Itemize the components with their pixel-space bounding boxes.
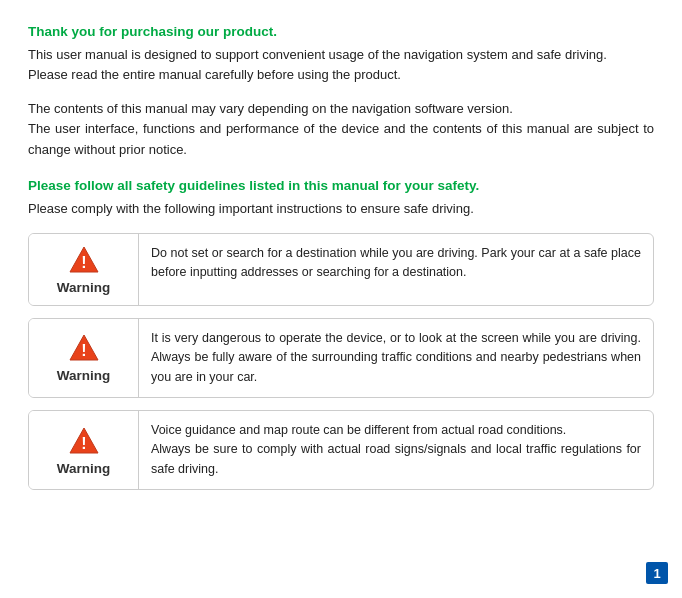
- warning-box-1: !WarningDo not set or search for a desti…: [28, 233, 654, 306]
- svg-text:!: !: [81, 342, 86, 359]
- warning-text-2: It is very dangerous to operate the devi…: [139, 319, 653, 397]
- warning-left-2: !Warning: [29, 319, 139, 397]
- warning-box-2: !WarningIt is very dangerous to operate …: [28, 318, 654, 398]
- intro-line2: Please read the entire manual carefully …: [28, 67, 401, 82]
- page-number: 1: [646, 562, 668, 584]
- warning-label-3: Warning: [57, 461, 111, 476]
- svg-text:!: !: [81, 435, 86, 452]
- warning-text-1: Do not set or search for a destination w…: [139, 234, 653, 305]
- safety-intro: Please comply with the following importa…: [28, 199, 654, 219]
- note-line1: The contents of this manual may vary dep…: [28, 101, 513, 116]
- warning-left-1: !Warning: [29, 234, 139, 305]
- svg-text:!: !: [81, 254, 86, 271]
- intro-line1: This user manual is designed to support …: [28, 47, 607, 62]
- page-title: Thank you for purchasing our product.: [28, 24, 654, 39]
- intro-paragraph: This user manual is designed to support …: [28, 45, 654, 85]
- safety-title: Please follow all safety guidelines list…: [28, 178, 654, 193]
- content-note: The contents of this manual may vary dep…: [28, 99, 654, 159]
- warning-text-3: Voice guidance and map route can be diff…: [139, 411, 653, 489]
- warning-box-3: !WarningVoice guidance and map route can…: [28, 410, 654, 490]
- warning-left-3: !Warning: [29, 411, 139, 489]
- warning-label-2: Warning: [57, 368, 111, 383]
- note-line2: The user interface, functions and perfor…: [28, 121, 654, 156]
- warning-icon: !: [68, 332, 100, 364]
- warning-label-1: Warning: [57, 280, 111, 295]
- warning-icon: !: [68, 425, 100, 457]
- warnings-container: !WarningDo not set or search for a desti…: [28, 233, 654, 490]
- warning-icon: !: [68, 244, 100, 276]
